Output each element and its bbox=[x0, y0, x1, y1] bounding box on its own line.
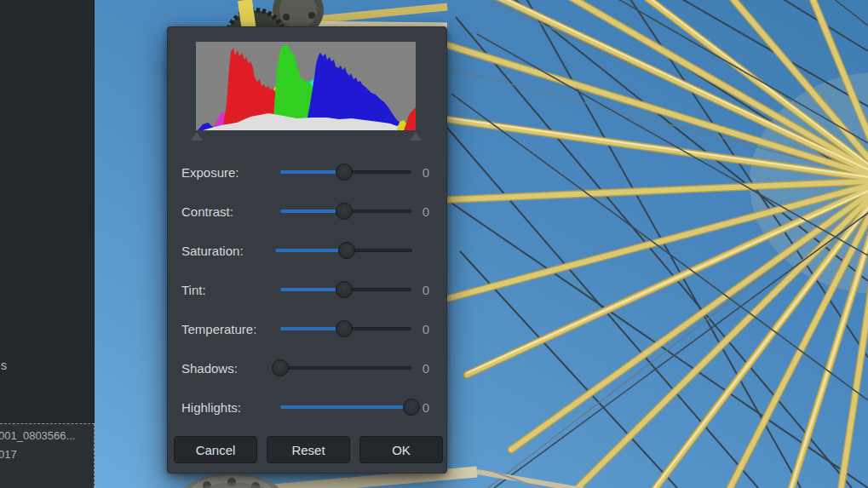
slider-fill bbox=[275, 249, 347, 252]
saturation-label: Saturation: bbox=[181, 244, 275, 258]
slider-fill bbox=[280, 288, 344, 291]
slider-fill bbox=[280, 405, 411, 409]
color-adjust-dialog: Exposure: 0 Contrast: 0 Saturation: bbox=[167, 26, 447, 474]
temperature-value: 0 bbox=[412, 322, 429, 336]
slider-row-tint: Tint: 0 bbox=[168, 270, 448, 309]
slider-track[interactable] bbox=[280, 366, 411, 370]
contrast-label: Contrast: bbox=[181, 204, 280, 219]
slider-row-shadows: Shadows: 0 bbox=[168, 348, 448, 388]
screen: s 001_0803566... 017 bbox=[0, 0, 868, 488]
sidebar: s 001_0803566... 017 bbox=[0, 0, 95, 488]
slider-handle[interactable] bbox=[336, 320, 353, 337]
ok-button[interactable]: OK bbox=[359, 436, 443, 463]
slider-fill bbox=[280, 210, 344, 213]
dialog-buttons: Cancel Reset OK bbox=[168, 436, 448, 463]
highlights-label: Highlights: bbox=[181, 400, 280, 415]
exposure-label: Exposure: bbox=[181, 165, 280, 180]
cancel-button[interactable]: Cancel bbox=[174, 436, 257, 463]
shadows-value: 0 bbox=[412, 361, 429, 376]
tint-value: 0 bbox=[412, 283, 429, 297]
temperature-slider[interactable] bbox=[280, 320, 411, 337]
tint-slider[interactable] bbox=[280, 281, 411, 298]
histogram bbox=[196, 42, 416, 130]
slider-row-highlights: Highlights: 0 bbox=[168, 388, 448, 427]
sidebar-selected-item[interactable]: 001_0803566... 017 bbox=[0, 423, 95, 488]
black-point-marker[interactable] bbox=[191, 132, 203, 141]
highlights-slider[interactable] bbox=[280, 399, 411, 416]
exposure-value: 0 bbox=[412, 165, 429, 180]
reset-button[interactable]: Reset bbox=[267, 436, 350, 463]
shadows-label: Shadows: bbox=[181, 361, 280, 376]
slider-fill bbox=[280, 327, 344, 330]
slider-fill bbox=[280, 170, 344, 174]
saturation-slider[interactable] bbox=[275, 242, 412, 259]
slider-handle[interactable] bbox=[272, 359, 289, 376]
slider-row-exposure: Exposure: 0 bbox=[168, 152, 448, 192]
slider-list: Exposure: 0 Contrast: 0 Saturation: bbox=[168, 152, 448, 427]
slider-handle[interactable] bbox=[336, 164, 353, 181]
temperature-label: Temperature: bbox=[181, 322, 280, 336]
tint-label: Tint: bbox=[181, 283, 280, 297]
contrast-value: 0 bbox=[412, 204, 429, 219]
slider-row-temperature: Temperature: 0 bbox=[168, 309, 448, 348]
white-point-marker[interactable] bbox=[410, 132, 422, 141]
slider-handle[interactable] bbox=[336, 203, 353, 220]
slider-row-saturation: Saturation: bbox=[168, 231, 448, 270]
sidebar-label-fragment: s bbox=[1, 359, 7, 372]
exposure-slider[interactable] bbox=[280, 164, 411, 181]
photo-filename: 001_0803566... bbox=[0, 429, 95, 442]
shadows-slider[interactable] bbox=[280, 359, 411, 376]
contrast-slider[interactable] bbox=[280, 203, 411, 220]
photo-filename-line2: 017 bbox=[0, 448, 17, 461]
slider-handle[interactable] bbox=[403, 399, 420, 416]
slider-row-contrast: Contrast: 0 bbox=[168, 192, 448, 231]
slider-handle[interactable] bbox=[336, 281, 353, 298]
slider-handle[interactable] bbox=[338, 242, 355, 259]
